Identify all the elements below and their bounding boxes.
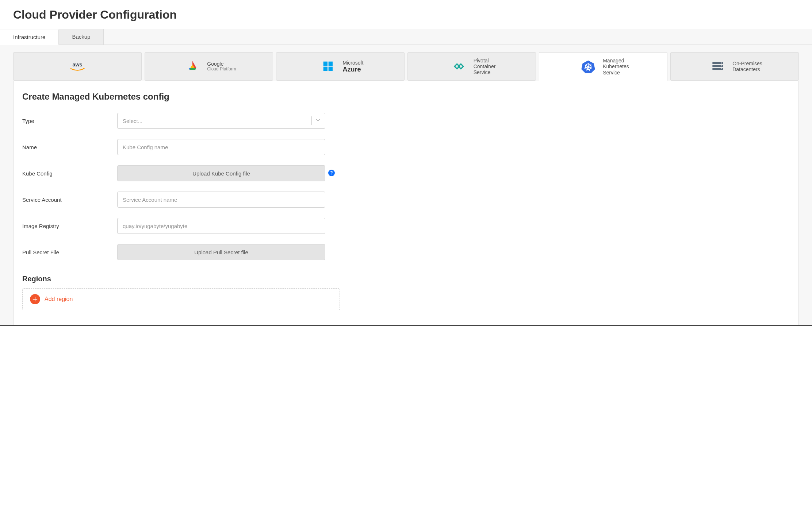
provider-label: Microsoft	[343, 60, 364, 66]
svg-point-15	[587, 66, 589, 68]
provider-sublabel2: Service	[603, 70, 629, 76]
help-icon[interactable]: ?	[328, 170, 335, 176]
provider-tab-pks[interactable]: Pivotal Container Service	[407, 52, 536, 81]
provider-sublabel: Container	[474, 63, 496, 69]
form-title: Create Managed Kubernetes config	[22, 92, 790, 102]
provider-sublabel2: Service	[474, 69, 496, 75]
aws-logo-icon: aws	[66, 59, 88, 74]
svg-text:aws: aws	[72, 62, 82, 68]
upload-kubeconfig-button[interactable]: Upload Kube Config file	[117, 165, 325, 181]
add-region-label: Add region	[45, 296, 73, 302]
gcp-logo-icon	[181, 59, 203, 74]
provider-label: Google	[207, 61, 236, 67]
provider-sublabel: Kubernetes	[603, 63, 629, 69]
svg-rect-5	[328, 67, 332, 71]
kubernetes-logo-icon	[577, 59, 599, 74]
kubeconfig-label: Kube Config	[22, 170, 117, 177]
name-input[interactable]	[117, 139, 325, 155]
service-account-label: Service Account	[22, 197, 117, 203]
tab-backup[interactable]: Backup	[59, 29, 104, 45]
pull-secret-label: Pull Secret File	[22, 249, 117, 255]
provider-tab-gcp[interactable]: Google Cloud Platform	[145, 52, 273, 81]
provider-tab-azure[interactable]: Microsoft Azure	[276, 52, 405, 81]
svg-point-20	[721, 65, 722, 66]
provider-tab-aws[interactable]: aws	[13, 52, 142, 81]
svg-point-21	[721, 68, 722, 69]
provider-sublabel: Cloud Platform	[207, 67, 236, 72]
azure-logo-icon	[317, 59, 339, 74]
type-label: Type	[22, 118, 117, 124]
name-label: Name	[22, 144, 117, 150]
provider-sublabel: Datacenters	[732, 66, 762, 72]
provider-label: On-Premises	[732, 61, 762, 66]
type-placeholder: Select...	[123, 118, 142, 124]
add-region-button[interactable]: Add region	[22, 288, 340, 310]
select-divider	[311, 116, 312, 125]
tab-infrastructure[interactable]: Infrastructure	[0, 30, 59, 45]
upload-pull-secret-button[interactable]: Upload Pull Secret file	[117, 244, 325, 260]
type-select[interactable]: Select...	[117, 113, 325, 129]
server-rack-icon	[707, 59, 729, 74]
main-tabbar: Infrastructure Backup	[0, 29, 812, 45]
svg-rect-3	[328, 62, 332, 66]
pks-logo-icon	[448, 59, 470, 74]
config-form-panel: Create Managed Kubernetes config Type Se…	[13, 81, 799, 325]
provider-sublabel: Azure	[343, 66, 364, 73]
page-title: Cloud Provider Configuration	[13, 8, 812, 22]
regions-heading: Regions	[22, 275, 790, 283]
provider-tab-mks[interactable]: Managed Kubernetes Service	[539, 52, 667, 81]
image-registry-input[interactable]	[117, 218, 325, 234]
provider-tab-onprem[interactable]: On-Premises Datacenters	[670, 52, 799, 81]
service-account-input[interactable]	[117, 192, 325, 208]
chevron-down-icon	[315, 117, 321, 125]
svg-rect-4	[323, 67, 327, 71]
plus-icon	[30, 294, 40, 304]
svg-rect-2	[323, 62, 327, 66]
image-registry-label: Image Registry	[22, 223, 117, 229]
svg-point-19	[721, 62, 722, 63]
provider-label: Pivotal	[474, 58, 496, 63]
provider-label: Managed	[603, 58, 629, 63]
provider-tabs: aws Goog	[7, 45, 805, 81]
